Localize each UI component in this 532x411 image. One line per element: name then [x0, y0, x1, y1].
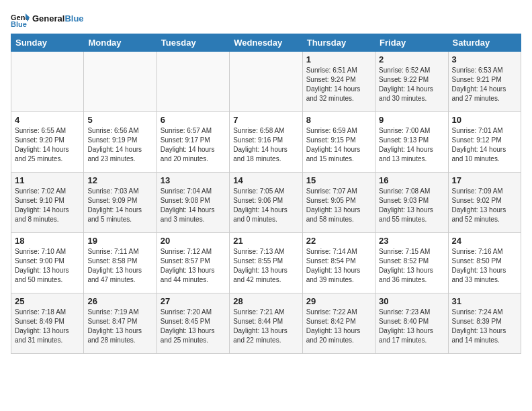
day-number: 5	[87, 115, 152, 125]
calendar-cell	[11, 52, 84, 112]
day-number: 7	[233, 115, 298, 125]
day-info: Sunrise: 6:59 AM Sunset: 9:15 PM Dayligh…	[306, 126, 371, 164]
calendar-cell: 28Sunrise: 7:21 AM Sunset: 8:44 PM Dayli…	[230, 293, 302, 354]
day-info: Sunrise: 7:09 AM Sunset: 9:02 PM Dayligh…	[452, 187, 517, 224]
day-number: 29	[306, 296, 371, 306]
calendar-cell: 7Sunrise: 6:58 AM Sunset: 9:16 PM Daylig…	[230, 112, 302, 173]
day-info: Sunrise: 7:21 AM Sunset: 8:44 PM Dayligh…	[233, 308, 298, 345]
day-info: Sunrise: 7:00 AM Sunset: 9:13 PM Dayligh…	[379, 126, 444, 164]
calendar-cell	[84, 52, 157, 112]
day-number: 27	[161, 296, 226, 306]
page-header: General Blue GeneralBlue	[11, 11, 521, 27]
day-number: 11	[15, 175, 80, 185]
day-info: Sunrise: 7:03 AM Sunset: 9:09 PM Dayligh…	[87, 187, 152, 224]
day-info: Sunrise: 7:07 AM Sunset: 9:05 PM Dayligh…	[306, 187, 371, 224]
calendar-cell: 9Sunrise: 7:00 AM Sunset: 9:13 PM Daylig…	[375, 112, 448, 173]
calendar-cell: 20Sunrise: 7:12 AM Sunset: 8:57 PM Dayli…	[157, 233, 229, 293]
day-number: 19	[87, 236, 152, 246]
day-number: 6	[161, 115, 226, 125]
calendar-cell: 11Sunrise: 7:02 AM Sunset: 9:10 PM Dayli…	[11, 173, 84, 233]
calendar-cell: 30Sunrise: 7:23 AM Sunset: 8:40 PM Dayli…	[375, 293, 448, 354]
calendar-week-row: 11Sunrise: 7:02 AM Sunset: 9:10 PM Dayli…	[11, 173, 521, 233]
calendar-cell: 12Sunrise: 7:03 AM Sunset: 9:09 PM Dayli…	[84, 173, 157, 233]
day-number: 9	[379, 115, 444, 125]
day-number: 2	[379, 54, 444, 64]
calendar-header-row: SundayMondayTuesdayWednesdayThursdayFrid…	[11, 34, 521, 52]
day-info: Sunrise: 7:24 AM Sunset: 8:39 PM Dayligh…	[452, 308, 517, 345]
day-number: 22	[306, 236, 371, 246]
day-info: Sunrise: 7:04 AM Sunset: 9:08 PM Dayligh…	[161, 187, 226, 224]
day-info: Sunrise: 6:55 AM Sunset: 9:20 PM Dayligh…	[15, 126, 80, 164]
day-number: 8	[306, 115, 371, 125]
calendar-cell: 25Sunrise: 7:18 AM Sunset: 8:49 PM Dayli…	[11, 293, 84, 354]
day-info: Sunrise: 6:57 AM Sunset: 9:17 PM Dayligh…	[161, 126, 226, 164]
day-info: Sunrise: 7:01 AM Sunset: 9:12 PM Dayligh…	[452, 126, 517, 164]
calendar-cell	[157, 52, 229, 112]
calendar-cell: 2Sunrise: 6:52 AM Sunset: 9:22 PM Daylig…	[375, 52, 448, 112]
day-info: Sunrise: 7:02 AM Sunset: 9:10 PM Dayligh…	[15, 187, 80, 224]
calendar-cell: 15Sunrise: 7:07 AM Sunset: 9:05 PM Dayli…	[302, 173, 375, 233]
col-header-monday: Monday	[84, 34, 157, 52]
day-number: 12	[87, 175, 152, 185]
calendar-cell: 3Sunrise: 6:53 AM Sunset: 9:21 PM Daylig…	[448, 52, 521, 112]
calendar-week-row: 4Sunrise: 6:55 AM Sunset: 9:20 PM Daylig…	[11, 112, 521, 173]
day-info: Sunrise: 7:13 AM Sunset: 8:55 PM Dayligh…	[233, 247, 298, 285]
col-header-thursday: Thursday	[302, 34, 375, 52]
calendar-week-row: 1Sunrise: 6:51 AM Sunset: 9:24 PM Daylig…	[11, 52, 521, 112]
day-number: 20	[161, 236, 226, 246]
col-header-friday: Friday	[375, 34, 448, 52]
day-info: Sunrise: 6:56 AM Sunset: 9:19 PM Dayligh…	[87, 126, 152, 164]
calendar-cell: 14Sunrise: 7:05 AM Sunset: 9:06 PM Dayli…	[230, 173, 302, 233]
calendar-cell: 1Sunrise: 6:51 AM Sunset: 9:24 PM Daylig…	[302, 52, 375, 112]
calendar-cell: 21Sunrise: 7:13 AM Sunset: 8:55 PM Dayli…	[230, 233, 302, 293]
day-number: 25	[15, 296, 80, 306]
day-number: 23	[379, 236, 444, 246]
logo-general: General	[32, 13, 64, 24]
calendar-cell: 4Sunrise: 6:55 AM Sunset: 9:20 PM Daylig…	[11, 112, 84, 173]
calendar-cell: 23Sunrise: 7:15 AM Sunset: 8:52 PM Dayli…	[375, 233, 448, 293]
calendar-cell: 31Sunrise: 7:24 AM Sunset: 8:39 PM Dayli…	[448, 293, 521, 354]
calendar-week-row: 25Sunrise: 7:18 AM Sunset: 8:49 PM Dayli…	[11, 293, 521, 354]
logo-blue: Blue	[64, 13, 83, 24]
day-info: Sunrise: 7:19 AM Sunset: 8:47 PM Dayligh…	[87, 308, 152, 345]
calendar-cell: 5Sunrise: 6:56 AM Sunset: 9:19 PM Daylig…	[84, 112, 157, 173]
day-number: 26	[87, 296, 152, 306]
day-number: 30	[379, 296, 444, 306]
calendar-cell: 10Sunrise: 7:01 AM Sunset: 9:12 PM Dayli…	[448, 112, 521, 173]
day-number: 13	[161, 175, 226, 185]
day-info: Sunrise: 7:18 AM Sunset: 8:49 PM Dayligh…	[15, 308, 80, 345]
col-header-saturday: Saturday	[448, 34, 521, 52]
calendar-cell: 13Sunrise: 7:04 AM Sunset: 9:08 PM Dayli…	[157, 173, 229, 233]
calendar-week-row: 18Sunrise: 7:10 AM Sunset: 9:00 PM Dayli…	[11, 233, 521, 293]
calendar-cell: 6Sunrise: 6:57 AM Sunset: 9:17 PM Daylig…	[157, 112, 229, 173]
logo-icon: General Blue	[11, 11, 30, 27]
calendar-cell: 27Sunrise: 7:20 AM Sunset: 8:45 PM Dayli…	[157, 293, 229, 354]
day-number: 4	[15, 115, 80, 125]
col-header-wednesday: Wednesday	[230, 34, 302, 52]
calendar-cell: 19Sunrise: 7:11 AM Sunset: 8:58 PM Dayli…	[84, 233, 157, 293]
calendar-cell: 24Sunrise: 7:16 AM Sunset: 8:50 PM Dayli…	[448, 233, 521, 293]
day-info: Sunrise: 6:53 AM Sunset: 9:21 PM Dayligh…	[452, 66, 517, 103]
day-number: 16	[379, 175, 444, 185]
calendar-table: SundayMondayTuesdayWednesdayThursdayFrid…	[11, 34, 521, 354]
day-number: 15	[306, 175, 371, 185]
calendar-cell: 18Sunrise: 7:10 AM Sunset: 9:00 PM Dayli…	[11, 233, 84, 293]
col-header-tuesday: Tuesday	[157, 34, 229, 52]
day-info: Sunrise: 7:20 AM Sunset: 8:45 PM Dayligh…	[161, 308, 226, 345]
day-info: Sunrise: 7:16 AM Sunset: 8:50 PM Dayligh…	[452, 247, 517, 285]
day-info: Sunrise: 7:15 AM Sunset: 8:52 PM Dayligh…	[379, 247, 444, 285]
day-number: 14	[233, 175, 298, 185]
day-info: Sunrise: 7:12 AM Sunset: 8:57 PM Dayligh…	[161, 247, 226, 285]
day-info: Sunrise: 7:22 AM Sunset: 8:42 PM Dayligh…	[306, 308, 371, 345]
day-number: 28	[233, 296, 298, 306]
day-number: 17	[452, 175, 517, 185]
svg-text:Blue: Blue	[11, 20, 27, 27]
day-number: 10	[452, 115, 517, 125]
day-number: 31	[452, 296, 517, 306]
day-number: 21	[233, 236, 298, 246]
day-info: Sunrise: 7:11 AM Sunset: 8:58 PM Dayligh…	[87, 247, 152, 285]
col-header-sunday: Sunday	[11, 34, 84, 52]
day-number: 18	[15, 236, 80, 246]
day-info: Sunrise: 6:51 AM Sunset: 9:24 PM Dayligh…	[306, 66, 371, 103]
day-number: 1	[306, 54, 371, 64]
